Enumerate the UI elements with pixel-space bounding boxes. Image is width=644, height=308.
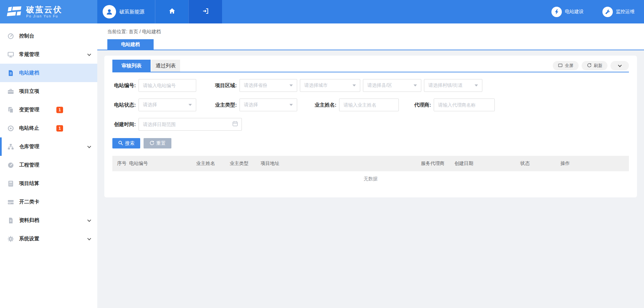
city-select[interactable]: 请选择城市 <box>300 79 360 92</box>
sidebar-item-label: 控制台 <box>19 33 34 39</box>
tab-passed-list[interactable]: 通过列表 <box>151 60 180 72</box>
sidebar-item-label: 电站建档 <box>19 70 39 76</box>
target-icon <box>7 125 14 132</box>
sidebar-item-project-settlement[interactable]: 项目结算 <box>0 174 97 193</box>
agent-input[interactable] <box>434 99 495 111</box>
nav-station-build[interactable]: 电站建设 <box>551 7 584 17</box>
gauge-icon <box>7 162 14 169</box>
tab-review-list[interactable]: 审核列表 <box>112 60 151 72</box>
col-owner-name: 业主姓名 <box>196 161 230 167</box>
sidebar-item-station-terminate[interactable]: 电站终止 1 <box>0 119 97 137</box>
station-no-input[interactable] <box>139 79 196 92</box>
panel-tabs: 审核列表 通过列表 <box>112 60 180 72</box>
sidebar-item-open-card[interactable]: 开二类卡 <box>0 193 97 211</box>
owner-name-input[interactable] <box>339 99 399 111</box>
caret-down-icon <box>414 84 417 86</box>
notification-badge: 1 <box>56 125 63 131</box>
brand-name: 破茧云伏 <box>26 5 62 14</box>
app-root: 破茧云伏 Po Jian Yun Fu 破茧新能源 <box>0 0 644 308</box>
breadcrumb-path[interactable]: 首页 / 电站建档 <box>129 29 161 34</box>
sidebar-item-label: 项目立项 <box>19 88 39 95</box>
sidebar-item-label: 工程管理 <box>19 162 39 168</box>
collapse-button[interactable] <box>610 61 629 70</box>
brand: 破茧云伏 Po Jian Yun Fu <box>0 0 97 23</box>
date-range-input[interactable] <box>139 119 232 130</box>
create-time-label: 创建时间: <box>112 121 136 128</box>
caret-down-icon <box>353 84 356 86</box>
owner-type-placeholder: 请选择 <box>244 102 258 108</box>
chevron-down-icon <box>87 52 91 56</box>
logout-button[interactable] <box>189 0 222 23</box>
sidebar-item-label: 项目结算 <box>19 180 39 187</box>
owner-type-select[interactable]: 请选择 <box>239 99 297 111</box>
date-range-field[interactable] <box>139 118 242 131</box>
caret-down-icon <box>289 84 293 86</box>
user-menu[interactable]: 破茧新能源 <box>97 0 155 23</box>
search-button[interactable]: 搜索 <box>112 138 140 148</box>
home-icon <box>168 8 176 16</box>
caret-down-icon <box>475 84 478 86</box>
home-button[interactable] <box>155 0 189 23</box>
panel-header: 审核列表 通过列表 全屏 <box>112 60 629 72</box>
sidebar-item-label: 常规管理 <box>19 51 39 58</box>
dashboard-icon <box>7 33 14 40</box>
page-tab-station-archive[interactable]: 电站建档 <box>107 39 154 50</box>
nav-monitor-ops[interactable]: 监控运维 <box>602 7 635 17</box>
avatar <box>103 5 116 18</box>
fullscreen-label: 全屏 <box>565 63 574 69</box>
refresh-label: 刷新 <box>594 63 602 69</box>
reset-icon <box>149 140 154 146</box>
col-service-agent: 服务代理商 <box>421 161 454 167</box>
chevron-down-icon <box>87 218 91 222</box>
filter-row-2: 电站状态: 请选择 业主类型: 请选择 业主姓名: 代理商: <box>112 99 629 111</box>
brand-logo-icon <box>7 6 22 17</box>
filter-buttons: 搜索 重置 <box>112 138 629 148</box>
sidebar-item-system-settings[interactable]: 系统设置 <box>0 230 97 248</box>
station-no-label: 电站编号: <box>112 82 136 89</box>
station-status-label: 电站状态: <box>112 102 136 108</box>
owner-name-label: 业主姓名: <box>313 102 336 108</box>
topbar: 破茧云伏 Po Jian Yun Fu 破茧新能源 <box>0 0 644 23</box>
copy-icon <box>7 107 14 113</box>
sidebar-item-label: 变更管理 <box>19 107 39 113</box>
town-select[interactable]: 请选择村镇/街道 <box>424 79 482 92</box>
town-select-placeholder: 请选择村镇/街道 <box>428 82 463 88</box>
region-label: 项目区域: <box>213 82 237 89</box>
search-label: 搜索 <box>125 140 135 146</box>
province-select[interactable]: 请选择省份 <box>239 79 297 92</box>
breadcrumb: 当前位置: 首页 / 电站建档 <box>97 23 644 35</box>
col-actions: 操作 <box>560 161 629 167</box>
briefcase-icon <box>7 88 14 95</box>
topbar-actions: 电站建设 监控运维 <box>551 0 635 23</box>
nav-monitor-ops-label: 监控运维 <box>616 9 635 15</box>
station-status-select[interactable]: 请选择 <box>139 99 196 111</box>
sidebar-item-label: 电站终止 <box>19 125 39 131</box>
sidebar-item-project-init[interactable]: 项目立项 <box>0 82 97 101</box>
col-index: 序号 <box>117 161 129 167</box>
filter-row-3: 创建时间: <box>112 118 629 131</box>
sidebar-item-label: 资料归档 <box>19 217 39 224</box>
sidebar-item-station-archive[interactable]: 电站建档 <box>0 64 97 82</box>
breadcrumb-location-label: 当前位置: <box>107 29 127 34</box>
reset-label: 重置 <box>156 140 166 146</box>
fullscreen-button[interactable]: 全屏 <box>553 61 579 70</box>
card-icon <box>7 199 14 205</box>
county-select[interactable]: 请选择县/区 <box>363 79 421 92</box>
sidebar-item-label: 系统设置 <box>19 236 39 242</box>
sidebar-item-general-mgmt[interactable]: 常规管理 <box>0 45 97 64</box>
monitor-icon <box>7 51 14 58</box>
reset-button[interactable]: 重置 <box>144 138 171 148</box>
panel-card: 审核列表 通过列表 全屏 <box>104 56 637 197</box>
panel-tabs-underline <box>112 72 629 72</box>
caret-down-icon <box>189 104 192 106</box>
sidebar-item-data-archive[interactable]: 资料归档 <box>0 211 97 230</box>
bolt-icon <box>551 7 562 17</box>
sidebar-item-engineering-mgmt[interactable]: 工程管理 <box>0 156 97 174</box>
sidebar-item-change-mgmt[interactable]: 变更管理 1 <box>0 101 97 119</box>
refresh-button[interactable]: 刷新 <box>582 61 607 70</box>
sidebar-item-warehouse-mgmt[interactable]: 仓库管理 <box>0 137 97 156</box>
owner-type-label: 业主类型: <box>213 102 237 108</box>
col-create-date: 创建日期 <box>454 161 520 167</box>
sidebar-item-console[interactable]: 控制台 <box>0 27 97 45</box>
main-area: 当前位置: 首页 / 电站建档 电站建档 审核列表 通过列表 <box>97 23 644 308</box>
